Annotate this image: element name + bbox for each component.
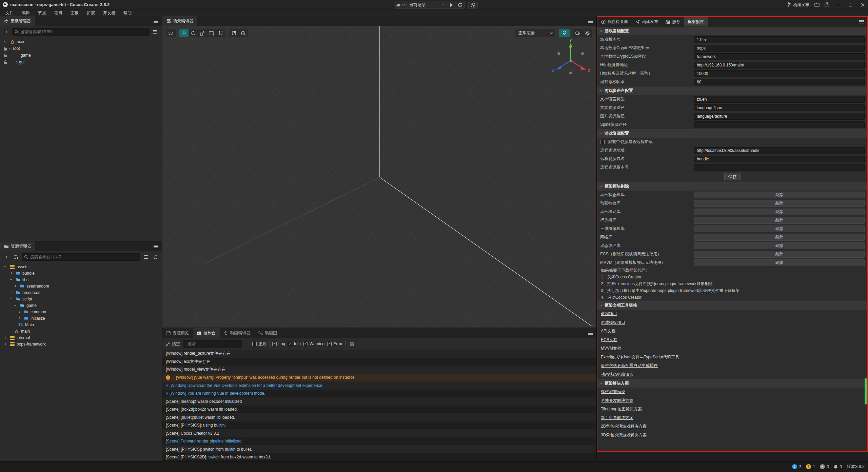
- link-chess-framework[interactable]: 战棋游戏框架: [601, 389, 625, 395]
- platform-selector-button[interactable]: [394, 1, 406, 8]
- tab-animation-graph[interactable]: 动画图: [254, 328, 281, 338]
- tab-framework-config[interactable]: 框架配置: [684, 17, 708, 26]
- rotate-tool-button[interactable]: [189, 29, 198, 37]
- render-mode-dropdown[interactable]: 正常渲染: [515, 29, 555, 37]
- scale-tool-button[interactable]: [198, 29, 207, 37]
- log-row[interactable]: [Window] ecs文件夹存在: [162, 358, 596, 366]
- cull-tween-button[interactable]: 剔除: [694, 209, 865, 215]
- link-animator-editor[interactable]: 动画状态机编辑器: [601, 372, 633, 377]
- hierarchy-node-main[interactable]: main: [0, 38, 162, 45]
- open-folder-button[interactable]: [812, 1, 821, 8]
- link-hotupdate-plugin[interactable]: 原生包热更新配置自动生成插件: [601, 363, 658, 369]
- lock-icon[interactable]: [3, 60, 8, 64]
- crypto-key-input[interactable]: [694, 45, 865, 52]
- log-row[interactable]: [Window] render_texture文件夹存在: [162, 350, 596, 358]
- cull-ecs-button[interactable]: 剔除: [694, 251, 865, 258]
- remote-load-checkbox[interactable]: [600, 140, 605, 144]
- section-game-basic-config[interactable]: 游戏基础配置: [597, 26, 867, 35]
- notification-count[interactable]: 0: [834, 465, 842, 469]
- close-button[interactable]: [857, 0, 868, 9]
- tab-scene-editor[interactable]: 场景编辑器: [162, 16, 197, 26]
- light-toggle-button[interactable]: [559, 29, 570, 37]
- log-file-icon[interactable]: [348, 340, 356, 348]
- log-row[interactable]: [Scene] [PHYSICS2D]: switch from box2d-w…: [162, 453, 596, 461]
- view-gizmo[interactable]: Y X Z: [549, 38, 593, 82]
- add-node-button[interactable]: +: [3, 28, 10, 36]
- cull-dynamic-texture-button[interactable]: 剔除: [694, 242, 865, 249]
- hierarchy-filter-icon[interactable]: [152, 28, 159, 36]
- sort-assets-icon[interactable]: [12, 253, 20, 261]
- section-resource-config[interactable]: 游戏资源配置: [597, 129, 867, 138]
- asset-node-common[interactable]: common: [0, 309, 162, 315]
- cull-animator-button[interactable]: 剔除: [694, 192, 865, 198]
- scene-selector-dropdown[interactable]: 当前场景: [407, 2, 447, 8]
- hierarchy-search-input[interactable]: [12, 28, 150, 36]
- tab-animation-editor[interactable]: 动画编辑器: [220, 328, 254, 338]
- refresh-assets-icon[interactable]: [152, 253, 159, 261]
- tab-console[interactable]: 控制台: [193, 328, 220, 338]
- frame-rate-input[interactable]: [694, 79, 865, 85]
- link-2d-rpg-solution[interactable]: 2D角色扮演游戏解决方案: [601, 424, 647, 429]
- asset-node-internal[interactable]: internal: [0, 334, 162, 341]
- assets-filter-icon[interactable]: [142, 253, 150, 261]
- warning-count[interactable]: ! 1: [806, 464, 815, 469]
- asset-node-libs[interactable]: libs: [0, 276, 162, 283]
- log-row[interactable]: [Scene] meshopt wasm decoder initialized: [162, 397, 596, 406]
- gizmo-pivot-button[interactable]: [229, 29, 238, 37]
- remote-bundle-name-input[interactable]: [694, 156, 865, 162]
- menu-help[interactable]: 帮助: [119, 9, 136, 16]
- asset-node-resources[interactable]: resources: [0, 289, 162, 296]
- asset-node-seedrandom[interactable]: seedrandom: [0, 283, 162, 289]
- preview-grid-button[interactable]: [469, 1, 477, 8]
- help-button[interactable]: ?: [823, 1, 831, 8]
- tab-property-inspector[interactable]: 属性检查器: [597, 17, 632, 26]
- log-row[interactable]: [Scene] [PHYSICS]: using builtin.: [162, 421, 596, 430]
- section-language-config[interactable]: 游戏多语言配置: [597, 86, 867, 95]
- section-solutions[interactable]: 框架解决方案: [597, 379, 867, 388]
- menu-file[interactable]: 文件: [1, 9, 18, 16]
- menu-developer[interactable]: 开发者: [99, 9, 119, 16]
- link-tutorial-project[interactable]: 教程项目: [601, 311, 617, 317]
- lock-icon[interactable]: [3, 54, 8, 57]
- spine-res-path-input[interactable]: [694, 121, 865, 128]
- remote-res-url-input[interactable]: [694, 147, 865, 154]
- gizmo-space-button[interactable]: [238, 29, 248, 37]
- section-doc-links[interactable]: 框架文档工具链接: [597, 301, 867, 310]
- inspector-scrollbar[interactable]: [865, 378, 867, 405]
- link-mvvm-docs[interactable]: MVVM文档: [601, 346, 621, 351]
- rect-tool-button[interactable]: [207, 29, 216, 37]
- image-res-path-input[interactable]: [694, 113, 865, 120]
- link-fullstack-solution[interactable]: 全栈开发解决方案: [601, 398, 633, 404]
- asset-node-oops-framework[interactable]: oops-framework: [0, 341, 162, 347]
- scene-menu-icon[interactable]: [588, 20, 593, 23]
- log-row[interactable]: [Window] Download the Vue Devtools exten…: [162, 381, 596, 390]
- text-res-path-input[interactable]: [694, 104, 865, 111]
- maximize-button[interactable]: [845, 0, 856, 9]
- crypto-iv-input[interactable]: [694, 53, 865, 60]
- hierarchy-node-gui[interactable]: gui: [0, 59, 162, 65]
- log-row[interactable]: [Window] You are running Vue in developm…: [162, 390, 596, 398]
- log-row[interactable]: [Scene] [bullet]:bullet wasm lib loaded.: [162, 413, 596, 421]
- save-button[interactable]: 保存: [724, 173, 741, 180]
- asset-node-game[interactable]: game: [0, 302, 162, 309]
- section-module-cull[interactable]: 框架模块剔除: [597, 182, 867, 191]
- link-guide-solution[interactable]: 新手引导解决方案: [601, 415, 633, 421]
- asset-node-script[interactable]: script: [0, 296, 162, 302]
- assets-menu-icon[interactable]: [154, 245, 158, 248]
- move-tool-button[interactable]: [179, 29, 189, 37]
- menu-edit[interactable]: 编辑: [18, 9, 34, 16]
- language-types-input[interactable]: [694, 96, 865, 103]
- tab-build-publish[interactable]: 构建发布: [632, 17, 662, 26]
- asset-node-bundle[interactable]: bundle: [0, 270, 162, 276]
- link-tiledmap-solution[interactable]: Tiledmap地图解决方案: [601, 406, 642, 412]
- asset-node-main-scene[interactable]: main: [0, 328, 162, 334]
- hierarchy-node-game[interactable]: game: [0, 52, 162, 59]
- build-publish-button[interactable]: 构建发布: [785, 1, 811, 8]
- log-row-warning[interactable]: ! [Window] [Vue warn]: Property "onInput…: [162, 374, 596, 382]
- add-asset-button[interactable]: +: [3, 253, 10, 261]
- reload-button[interactable]: [456, 1, 465, 8]
- filter-info-checkbox[interactable]: Info: [288, 341, 301, 346]
- info-count[interactable]: i 3: [792, 464, 801, 469]
- log-row[interactable]: [Scene] Cocos Creator v3.8.2: [162, 429, 596, 437]
- hierarchy-node-root[interactable]: root: [0, 45, 162, 52]
